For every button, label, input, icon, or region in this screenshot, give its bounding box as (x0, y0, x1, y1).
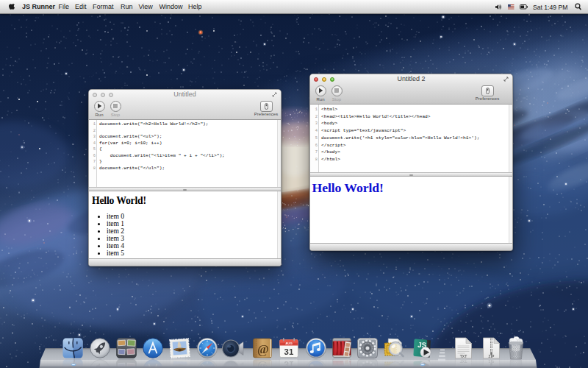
svg-text:@: @ (257, 342, 269, 356)
svg-text:TXT: TXT (460, 353, 467, 358)
svg-text:31: 31 (284, 347, 294, 356)
svg-text:AUG: AUG (285, 342, 292, 345)
svg-text:ZIP: ZIP (489, 353, 495, 358)
